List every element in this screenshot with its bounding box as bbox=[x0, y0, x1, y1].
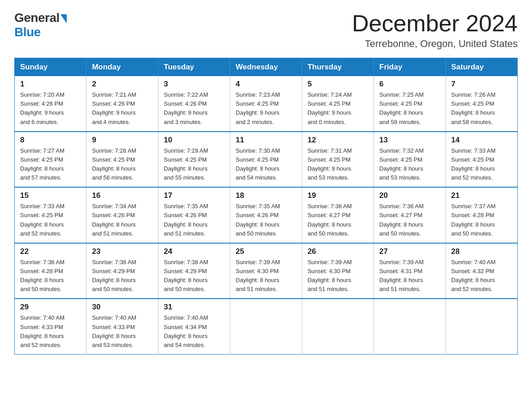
calendar-day-28: 28Sunrise: 7:40 AMSunset: 4:32 PMDayligh… bbox=[446, 243, 517, 299]
day-info: Sunrise: 7:35 AMSunset: 4:26 PMDaylight:… bbox=[236, 202, 297, 238]
calendar-day-18: 18Sunrise: 7:35 AMSunset: 4:26 PMDayligh… bbox=[230, 187, 302, 243]
day-info: Sunrise: 7:40 AMSunset: 4:33 PMDaylight:… bbox=[20, 313, 82, 350]
day-info: Sunrise: 7:40 AMSunset: 4:32 PMDaylight:… bbox=[451, 258, 513, 294]
day-number: 11 bbox=[236, 136, 297, 145]
day-info: Sunrise: 7:35 AMSunset: 4:26 PMDaylight:… bbox=[164, 202, 225, 238]
day-number: 26 bbox=[308, 247, 369, 256]
day-number: 8 bbox=[20, 136, 82, 145]
calendar-day-24: 24Sunrise: 7:38 AMSunset: 4:29 PMDayligh… bbox=[158, 243, 230, 299]
day-info: Sunrise: 7:34 AMSunset: 4:26 PMDaylight:… bbox=[92, 202, 153, 238]
day-number: 9 bbox=[92, 136, 153, 145]
calendar-day-27: 27Sunrise: 7:39 AMSunset: 4:31 PMDayligh… bbox=[374, 243, 446, 299]
day-number: 20 bbox=[379, 191, 441, 200]
weekday-header-wednesday: Wednesday bbox=[230, 58, 302, 77]
calendar-week-1: 1Sunrise: 7:20 AMSunset: 4:26 PMDaylight… bbox=[15, 76, 518, 132]
day-info: Sunrise: 7:21 AMSunset: 4:26 PMDaylight:… bbox=[92, 90, 153, 127]
calendar-day-1: 1Sunrise: 7:20 AMSunset: 4:26 PMDaylight… bbox=[15, 76, 86, 132]
weekday-header-thursday: Thursday bbox=[302, 58, 373, 77]
calendar-day-8: 8Sunrise: 7:27 AMSunset: 4:25 PMDaylight… bbox=[15, 132, 86, 188]
calendar-day-13: 13Sunrise: 7:32 AMSunset: 4:25 PMDayligh… bbox=[374, 132, 446, 188]
calendar-day-17: 17Sunrise: 7:35 AMSunset: 4:26 PMDayligh… bbox=[158, 187, 230, 243]
day-info: Sunrise: 7:38 AMSunset: 4:29 PMDaylight:… bbox=[164, 258, 225, 294]
day-number: 4 bbox=[236, 80, 297, 89]
day-number: 10 bbox=[164, 136, 225, 145]
calendar-day-20: 20Sunrise: 7:36 AMSunset: 4:27 PMDayligh… bbox=[374, 187, 446, 243]
day-info: Sunrise: 7:26 AMSunset: 4:25 PMDaylight:… bbox=[451, 90, 513, 127]
day-info: Sunrise: 7:33 AMSunset: 4:25 PMDaylight:… bbox=[451, 146, 513, 183]
weekday-header-saturday: Saturday bbox=[446, 58, 517, 77]
weekday-header-row: SundayMondayTuesdayWednesdayThursdayFrid… bbox=[15, 58, 518, 77]
day-info: Sunrise: 7:28 AMSunset: 4:25 PMDaylight:… bbox=[92, 146, 153, 183]
calendar-day-15: 15Sunrise: 7:33 AMSunset: 4:25 PMDayligh… bbox=[15, 187, 86, 243]
day-info: Sunrise: 7:36 AMSunset: 4:27 PMDaylight:… bbox=[308, 202, 369, 238]
day-number: 25 bbox=[236, 247, 297, 256]
day-number: 29 bbox=[20, 303, 82, 312]
calendar-day-21: 21Sunrise: 7:37 AMSunset: 4:28 PMDayligh… bbox=[446, 187, 517, 243]
logo-general-text: General bbox=[14, 11, 60, 25]
day-number: 12 bbox=[308, 136, 369, 145]
calendar-day-5: 5Sunrise: 7:24 AMSunset: 4:25 PMDaylight… bbox=[302, 76, 373, 132]
day-number: 14 bbox=[451, 136, 513, 145]
day-info: Sunrise: 7:31 AMSunset: 4:25 PMDaylight:… bbox=[308, 146, 369, 183]
day-number: 21 bbox=[451, 191, 513, 200]
calendar-day-31: 31Sunrise: 7:40 AMSunset: 4:34 PMDayligh… bbox=[158, 299, 230, 354]
calendar-day-26: 26Sunrise: 7:39 AMSunset: 4:30 PMDayligh… bbox=[302, 243, 373, 299]
day-info: Sunrise: 7:38 AMSunset: 4:29 PMDaylight:… bbox=[92, 258, 153, 294]
day-info: Sunrise: 7:32 AMSunset: 4:25 PMDaylight:… bbox=[379, 146, 441, 183]
day-number: 17 bbox=[164, 191, 225, 200]
day-number: 23 bbox=[92, 247, 153, 256]
calendar-week-4: 22Sunrise: 7:38 AMSunset: 4:28 PMDayligh… bbox=[15, 243, 518, 299]
logo-arrow-icon bbox=[60, 14, 67, 23]
calendar-week-3: 15Sunrise: 7:33 AMSunset: 4:25 PMDayligh… bbox=[15, 187, 518, 243]
calendar-day-22: 22Sunrise: 7:38 AMSunset: 4:28 PMDayligh… bbox=[15, 243, 86, 299]
day-info: Sunrise: 7:36 AMSunset: 4:27 PMDaylight:… bbox=[379, 202, 441, 238]
weekday-header-friday: Friday bbox=[374, 58, 446, 77]
weekday-header-sunday: Sunday bbox=[15, 58, 86, 77]
day-info: Sunrise: 7:24 AMSunset: 4:25 PMDaylight:… bbox=[308, 90, 369, 127]
day-info: Sunrise: 7:40 AMSunset: 4:33 PMDaylight:… bbox=[92, 313, 153, 350]
day-number: 19 bbox=[308, 191, 369, 200]
calendar-day-6: 6Sunrise: 7:25 AMSunset: 4:25 PMDaylight… bbox=[374, 76, 446, 132]
day-info: Sunrise: 7:40 AMSunset: 4:34 PMDaylight:… bbox=[164, 313, 225, 350]
month-title: December 2024 bbox=[352, 11, 518, 36]
calendar-week-2: 8Sunrise: 7:27 AMSunset: 4:25 PMDaylight… bbox=[15, 132, 518, 188]
calendar-day-30: 30Sunrise: 7:40 AMSunset: 4:33 PMDayligh… bbox=[86, 299, 158, 354]
day-number: 2 bbox=[92, 80, 153, 89]
day-info: Sunrise: 7:27 AMSunset: 4:25 PMDaylight:… bbox=[20, 146, 82, 183]
location-title: Terrebonne, Oregon, United States bbox=[352, 38, 518, 50]
calendar-day-3: 3Sunrise: 7:22 AMSunset: 4:26 PMDaylight… bbox=[158, 76, 230, 132]
weekday-header-tuesday: Tuesday bbox=[158, 58, 230, 77]
calendar-day-14: 14Sunrise: 7:33 AMSunset: 4:25 PMDayligh… bbox=[446, 132, 517, 188]
calendar-day-29: 29Sunrise: 7:40 AMSunset: 4:33 PMDayligh… bbox=[15, 299, 86, 354]
day-number: 3 bbox=[164, 80, 225, 89]
empty-cell bbox=[302, 299, 373, 354]
empty-cell bbox=[230, 299, 302, 354]
calendar-day-4: 4Sunrise: 7:23 AMSunset: 4:25 PMDaylight… bbox=[230, 76, 302, 132]
day-info: Sunrise: 7:30 AMSunset: 4:25 PMDaylight:… bbox=[236, 146, 297, 183]
weekday-header-monday: Monday bbox=[86, 58, 158, 77]
day-number: 15 bbox=[20, 191, 82, 200]
logo-blue-text: Blue bbox=[14, 25, 41, 39]
day-number: 7 bbox=[451, 80, 513, 89]
calendar-day-23: 23Sunrise: 7:38 AMSunset: 4:29 PMDayligh… bbox=[86, 243, 158, 299]
day-number: 31 bbox=[164, 303, 225, 312]
day-info: Sunrise: 7:25 AMSunset: 4:25 PMDaylight:… bbox=[379, 90, 441, 127]
day-info: Sunrise: 7:29 AMSunset: 4:25 PMDaylight:… bbox=[164, 146, 225, 183]
day-number: 30 bbox=[92, 303, 153, 312]
day-info: Sunrise: 7:33 AMSunset: 4:25 PMDaylight:… bbox=[20, 202, 82, 238]
day-number: 27 bbox=[379, 247, 441, 256]
day-info: Sunrise: 7:38 AMSunset: 4:28 PMDaylight:… bbox=[20, 258, 82, 294]
day-info: Sunrise: 7:22 AMSunset: 4:26 PMDaylight:… bbox=[164, 90, 225, 127]
calendar-table: SundayMondayTuesdayWednesdayThursdayFrid… bbox=[14, 58, 518, 355]
calendar-week-5: 29Sunrise: 7:40 AMSunset: 4:33 PMDayligh… bbox=[15, 299, 518, 354]
title-section: December 2024 Terrebonne, Oregon, United… bbox=[352, 11, 518, 50]
day-info: Sunrise: 7:20 AMSunset: 4:26 PMDaylight:… bbox=[20, 90, 82, 127]
day-number: 13 bbox=[379, 136, 441, 145]
day-number: 1 bbox=[20, 80, 82, 89]
day-number: 18 bbox=[236, 191, 297, 200]
day-info: Sunrise: 7:23 AMSunset: 4:25 PMDaylight:… bbox=[236, 90, 297, 127]
page-header: General Blue December 2024 Terrebonne, O… bbox=[14, 11, 518, 50]
empty-cell bbox=[374, 299, 446, 354]
day-number: 22 bbox=[20, 247, 82, 256]
day-info: Sunrise: 7:39 AMSunset: 4:30 PMDaylight:… bbox=[236, 258, 297, 294]
